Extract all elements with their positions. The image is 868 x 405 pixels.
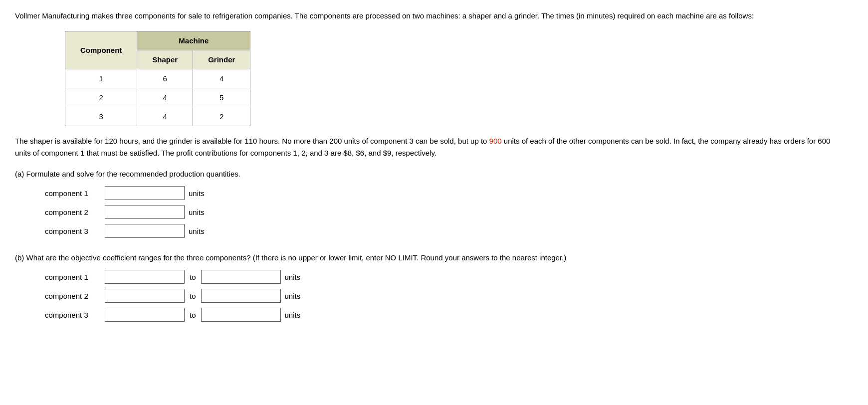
row2-shaper: 4 bbox=[137, 88, 193, 107]
component-1-input-b-lower[interactable] bbox=[105, 270, 185, 284]
row2-component: 2 bbox=[65, 88, 137, 107]
component-2-to-label: to bbox=[190, 292, 196, 300]
intro-text: Vollmer Manufacturing makes three compon… bbox=[15, 10, 838, 22]
intro-paragraph: Vollmer Manufacturing makes three compon… bbox=[15, 11, 754, 20]
section-a-row-1: component 1 units bbox=[45, 186, 853, 200]
component-2-input-b-upper[interactable] bbox=[201, 289, 281, 303]
section-a-row-3: component 3 units bbox=[45, 224, 853, 238]
desc-part1: The shaper is available for 120 hours, a… bbox=[15, 137, 489, 145]
table-row: 2 4 5 bbox=[65, 88, 250, 107]
section-b-row-3: component 3 to units bbox=[45, 308, 853, 322]
component-1-label-b: component 1 bbox=[45, 273, 105, 281]
component-3-input-b-lower[interactable] bbox=[105, 308, 185, 322]
section-b-label-text: (b) What are the objective coefficient r… bbox=[15, 253, 566, 262]
row3-grinder: 2 bbox=[193, 107, 250, 126]
table-row: 3 4 2 bbox=[65, 107, 250, 126]
description-text: The shaper is available for 120 hours, a… bbox=[15, 135, 838, 159]
machine-col-header: Machine bbox=[137, 31, 250, 50]
component-col-header: Component bbox=[65, 31, 137, 69]
row1-shaper: 6 bbox=[137, 69, 193, 88]
component-2-units-b: units bbox=[285, 292, 301, 300]
section-a-label-text: (a) Formulate and solve for the recommen… bbox=[15, 170, 240, 178]
desc-highlight: 900 bbox=[489, 137, 502, 145]
component-3-units-a: units bbox=[189, 227, 205, 235]
component-2-label-b: component 2 bbox=[45, 292, 105, 300]
component-2-input-b-lower[interactable] bbox=[105, 289, 185, 303]
row1-component: 1 bbox=[65, 69, 137, 88]
section-b-row-1: component 1 to units bbox=[45, 270, 853, 284]
component-3-to-label: to bbox=[190, 311, 196, 319]
component-3-label-b: component 3 bbox=[45, 311, 105, 319]
table-row: 1 6 4 bbox=[65, 69, 250, 88]
component-1-label-a: component 1 bbox=[45, 189, 105, 198]
grinder-col-header: Grinder bbox=[193, 50, 250, 69]
row2-grinder: 5 bbox=[193, 88, 250, 107]
row3-component: 3 bbox=[65, 107, 137, 126]
row1-grinder: 4 bbox=[193, 69, 250, 88]
component-2-input-a[interactable] bbox=[105, 205, 185, 219]
component-2-label-a: component 2 bbox=[45, 208, 105, 216]
shaper-col-header: Shaper bbox=[137, 50, 193, 69]
section-a: (a) Formulate and solve for the recommen… bbox=[15, 168, 853, 238]
section-a-row-2: component 2 units bbox=[45, 205, 853, 219]
component-1-input-b-upper[interactable] bbox=[201, 270, 281, 284]
component-1-units-a: units bbox=[189, 189, 205, 198]
section-b-row-2: component 2 to units bbox=[45, 289, 853, 303]
row3-shaper: 4 bbox=[137, 107, 193, 126]
machine-table: Component Machine Shaper Grinder 1 6 4 2… bbox=[65, 31, 250, 126]
machine-table-container: Component Machine Shaper Grinder 1 6 4 2… bbox=[65, 31, 853, 126]
component-3-input-a[interactable] bbox=[105, 224, 185, 238]
component-3-units-b: units bbox=[285, 311, 301, 319]
component-3-input-b-upper[interactable] bbox=[201, 308, 281, 322]
section-a-label: (a) Formulate and solve for the recommen… bbox=[15, 168, 853, 180]
component-3-label-a: component 3 bbox=[45, 227, 105, 235]
component-1-input-a[interactable] bbox=[105, 186, 185, 200]
component-1-units-b: units bbox=[285, 273, 301, 281]
component-1-to-label: to bbox=[190, 273, 196, 281]
component-2-units-a: units bbox=[189, 208, 205, 216]
section-b-label: (b) What are the objective coefficient r… bbox=[15, 252, 853, 264]
section-b: (b) What are the objective coefficient r… bbox=[15, 252, 853, 322]
